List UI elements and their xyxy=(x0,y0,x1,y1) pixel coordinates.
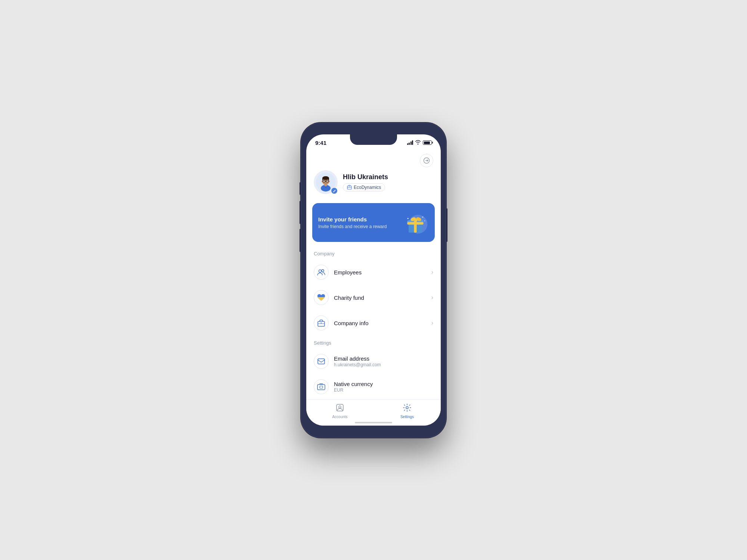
company-info-label: Company info xyxy=(334,320,431,326)
logout-button[interactable] xyxy=(420,154,433,167)
company-info-chevron: › xyxy=(431,320,433,326)
svg-rect-6 xyxy=(322,178,323,180)
phone-screen: 9:41 xyxy=(306,134,441,426)
svg-point-41 xyxy=(339,406,341,408)
svg-point-28 xyxy=(322,270,324,272)
company-info-icon xyxy=(314,315,329,330)
invite-text: Invite your friends Invite friends and r… xyxy=(318,216,402,229)
signal-icon xyxy=(407,140,413,145)
tab-settings[interactable]: Settings xyxy=(374,404,441,419)
company-name: EcoDynamics xyxy=(354,185,381,190)
email-icon xyxy=(314,354,329,369)
status-time: 9:41 xyxy=(315,140,326,146)
svg-point-5 xyxy=(322,176,329,180)
tab-accounts[interactable]: Accounts xyxy=(306,404,374,419)
charity-menu-item[interactable]: Charity fund › xyxy=(306,285,441,310)
accounts-tab-icon xyxy=(336,404,344,414)
svg-rect-34 xyxy=(320,386,323,388)
avatar-container[interactable] xyxy=(314,170,338,194)
svg-rect-10 xyxy=(323,180,325,182)
svg-rect-11 xyxy=(326,180,329,182)
volume-down-button xyxy=(300,229,301,252)
svg-point-24 xyxy=(407,218,409,219)
invite-subtitle: Invite friends and receive a reward xyxy=(318,224,402,229)
svg-point-25 xyxy=(424,220,425,221)
employees-label: Employees xyxy=(334,269,431,276)
currency-sublabel: EUR xyxy=(334,388,433,393)
charity-label: Charity fund xyxy=(334,295,431,301)
settings-section-label: Settings xyxy=(306,339,441,349)
power-button xyxy=(446,208,447,242)
employees-menu-item[interactable]: Employees › xyxy=(306,259,441,285)
svg-point-26 xyxy=(422,217,424,218)
profile-info: Hlib Ukrainets EcoDynamics xyxy=(343,173,433,192)
header-row xyxy=(306,151,441,169)
currency-label: Native currency xyxy=(334,381,433,387)
svg-rect-7 xyxy=(328,178,329,180)
notch xyxy=(350,134,397,145)
currency-icon xyxy=(314,379,329,394)
employees-chevron: › xyxy=(431,269,433,276)
currency-menu-item[interactable]: Native currency EUR xyxy=(306,374,441,399)
svg-rect-20 xyxy=(407,222,423,224)
svg-rect-32 xyxy=(318,359,325,364)
settings-tab-label: Settings xyxy=(400,415,414,419)
email-sublabel: h.ukrainets@gmail.com xyxy=(334,362,433,367)
charity-chevron: › xyxy=(431,294,433,301)
profile-name: Hlib Ukrainets xyxy=(343,173,433,181)
company-badge[interactable]: EcoDynamics xyxy=(343,183,385,192)
settings-tab-icon xyxy=(403,404,411,414)
phone-frame: 9:41 xyxy=(301,122,446,438)
company-section-label: Company xyxy=(306,249,441,259)
content-area[interactable]: Hlib Ukrainets EcoDynamics Inv xyxy=(306,151,441,426)
avatar-edit-button[interactable] xyxy=(331,187,338,194)
svg-point-23 xyxy=(415,219,417,221)
wifi-icon xyxy=(415,140,421,146)
email-menu-item[interactable]: Email address h.ukrainets@gmail.com xyxy=(306,349,441,374)
status-icons xyxy=(407,140,432,146)
svg-point-42 xyxy=(406,407,408,409)
volume-up-button xyxy=(300,201,301,224)
gift-illustration xyxy=(402,209,429,236)
invite-banner[interactable]: Invite your friends Invite friends and r… xyxy=(312,203,435,242)
home-indicator xyxy=(355,422,392,423)
employees-icon xyxy=(314,265,329,280)
email-label: Email address xyxy=(334,355,433,362)
invite-title: Invite your friends xyxy=(318,216,402,223)
mute-button xyxy=(300,182,301,195)
svg-point-27 xyxy=(319,270,322,273)
company-info-menu-item[interactable]: Company info › xyxy=(306,310,441,336)
profile-section: Hlib Ukrainets EcoDynamics xyxy=(306,169,441,200)
battery-icon xyxy=(423,140,432,145)
svg-rect-33 xyxy=(317,385,325,390)
accounts-tab-label: Accounts xyxy=(332,415,347,419)
charity-icon xyxy=(314,290,329,305)
